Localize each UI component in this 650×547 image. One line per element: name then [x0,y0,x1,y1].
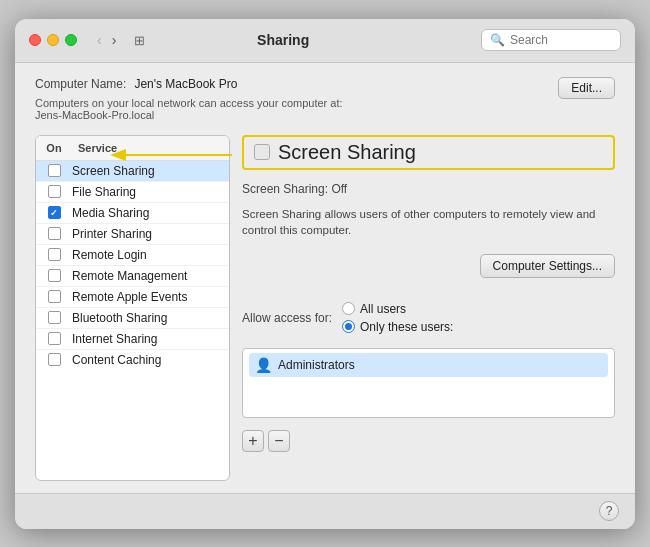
computer-name-value: Jen's MacBook Pro [134,77,237,91]
checkbox-cell [36,269,72,282]
users-list: 👤 Administrators [242,348,615,418]
local-info: Computers on your local network can acce… [35,97,558,121]
service-checkbox[interactable] [48,227,61,240]
local-address: Jens-MacBook-Pro.local [35,109,154,121]
computer-name-label: Computer Name: [35,77,126,91]
service-checkbox[interactable] [48,290,61,303]
bottom-bar: ? [15,493,635,529]
service-checkbox[interactable] [48,248,61,261]
list-item[interactable]: Remote Management [36,266,229,287]
list-item[interactable]: Bluetooth Sharing [36,308,229,329]
column-header-on: On [36,140,72,156]
service-checkbox[interactable] [48,185,61,198]
radio-only-users[interactable]: Only these users: [342,320,453,334]
annotation-arrow [104,135,234,175]
service-checkbox[interactable] [48,332,61,345]
service-checkbox[interactable] [48,353,61,366]
user-name: Administrators [278,358,355,372]
service-checkbox[interactable] [48,311,61,324]
service-name: Media Sharing [72,206,229,220]
checkbox-cell [36,206,72,219]
search-box[interactable]: 🔍 [481,29,621,51]
help-button[interactable]: ? [599,501,619,521]
access-row: Allow access for: All users Only these u… [242,302,615,334]
window: ‹ › ⊞ Sharing 🔍 Computer Name: Jen's Mac… [15,19,635,529]
computer-settings-button[interactable]: Computer Settings... [480,254,615,278]
list-item[interactable]: Remote Login [36,245,229,266]
service-name: Remote Management [72,269,229,283]
service-list: On Service Screen Sharing File Sharing [35,135,230,481]
checkbox-cell [36,311,72,324]
computer-name-row: Computer Name: Jen's MacBook Pro [35,77,558,91]
remove-user-button[interactable]: − [268,430,290,452]
sharing-status: Screen Sharing: Off [242,182,615,196]
right-panel: Screen Sharing Screen Sharing: Off Scree… [242,135,615,481]
sharing-description: Screen Sharing allows users of other com… [242,206,615,238]
checkbox-cell [36,353,72,366]
service-checkbox[interactable] [48,269,61,282]
checkbox-cell [36,248,72,261]
service-name: Content Caching [72,353,229,367]
top-left: Computer Name: Jen's MacBook Pro Compute… [35,77,558,125]
sharing-title: Screen Sharing [278,141,416,164]
radio-all-users[interactable]: All users [342,302,453,316]
radio-only-label: Only these users: [360,320,453,334]
sharing-title-highlight: Screen Sharing [242,135,615,170]
user-item[interactable]: 👤 Administrators [249,353,608,377]
list-item[interactable]: Remote Apple Events [36,287,229,308]
access-label: Allow access for: [242,311,332,325]
add-user-button[interactable]: + [242,430,264,452]
window-title: Sharing [93,32,473,48]
body: Computer Name: Jen's MacBook Pro Compute… [15,63,635,493]
radio-only-icon[interactable] [342,320,355,333]
user-icon: 👤 [255,357,272,373]
fullscreen-button[interactable] [65,34,77,46]
sharing-toggle-checkbox[interactable] [254,144,270,160]
radio-all-label: All users [360,302,406,316]
checkbox-cell [36,332,72,345]
service-name: Remote Login [72,248,229,262]
close-button[interactable] [29,34,41,46]
service-name: Remote Apple Events [72,290,229,304]
service-name: File Sharing [72,185,229,199]
minimize-button[interactable] [47,34,59,46]
search-icon: 🔍 [490,33,505,47]
checkbox-cell [36,164,72,177]
checkbox-cell [36,185,72,198]
traffic-lights [29,34,77,46]
checkbox-cell [36,290,72,303]
service-checkbox[interactable] [48,206,61,219]
sharing-header-area: Screen Sharing [242,135,615,170]
radio-group: All users Only these users: [342,302,453,334]
service-name: Internet Sharing [72,332,229,346]
list-item[interactable]: Printer Sharing [36,224,229,245]
main-content: On Service Screen Sharing File Sharing [35,135,615,481]
top-section: Computer Name: Jen's MacBook Pro Compute… [35,77,615,125]
list-item[interactable]: Content Caching [36,350,229,370]
radio-all-icon[interactable] [342,302,355,315]
service-name: Bluetooth Sharing [72,311,229,325]
list-item[interactable]: Internet Sharing [36,329,229,350]
checkbox-cell [36,227,72,240]
edit-button[interactable]: Edit... [558,77,615,99]
service-name: Printer Sharing [72,227,229,241]
search-input[interactable] [510,33,610,47]
service-checkbox[interactable] [48,164,61,177]
titlebar: ‹ › ⊞ Sharing 🔍 [15,19,635,63]
add-remove-row: + − [242,430,615,452]
list-item[interactable]: Media Sharing [36,203,229,224]
list-item[interactable]: File Sharing [36,182,229,203]
